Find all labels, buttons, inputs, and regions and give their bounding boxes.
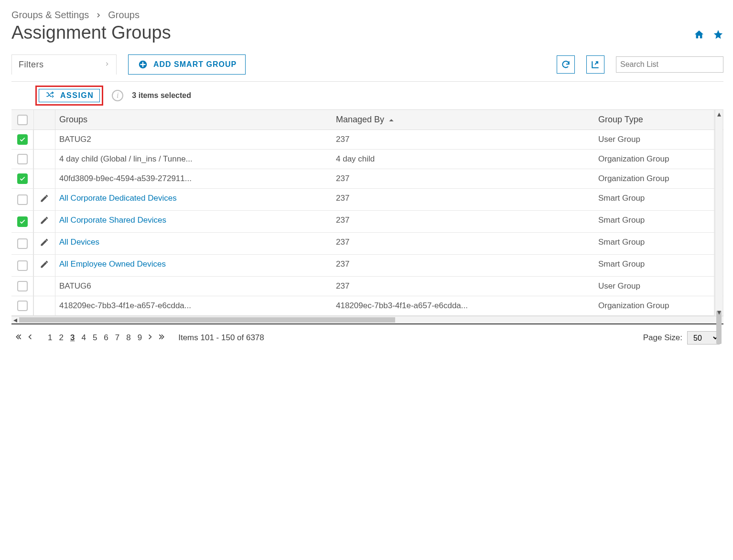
pagination: 123456789 Items 101 - 150 of 6378 Page S… bbox=[11, 323, 723, 345]
table-row[interactable]: All Employee Owned Devices237Smart Group bbox=[11, 255, 723, 277]
chevron-right-icon bbox=[96, 10, 101, 21]
group-link[interactable]: All Devices bbox=[59, 237, 99, 247]
page-number[interactable]: 1 bbox=[48, 333, 52, 343]
pencil-icon[interactable] bbox=[40, 194, 49, 205]
table-row[interactable]: BATUG6237User Group bbox=[11, 277, 723, 296]
select-all-checkbox[interactable] bbox=[11, 110, 33, 129]
cell-managed-by: 418209ec-7bb3-4f1e-a657-e6cdda... bbox=[332, 296, 594, 315]
home-icon[interactable] bbox=[694, 29, 704, 42]
header-group-type[interactable]: Group Type bbox=[594, 110, 714, 129]
scroll-left-icon[interactable]: ◂ bbox=[11, 315, 19, 324]
row-checkbox[interactable] bbox=[11, 233, 33, 254]
filters-panel[interactable]: Filters bbox=[11, 54, 117, 75]
row-edit[interactable] bbox=[33, 233, 55, 254]
last-page-button[interactable] bbox=[158, 333, 165, 343]
cell-managed-by: 237 bbox=[332, 169, 594, 188]
cell-group[interactable]: All Corporate Shared Devices bbox=[55, 211, 332, 232]
cell-group-type: Smart Group bbox=[594, 211, 714, 232]
page-numbers: 123456789 bbox=[48, 333, 142, 343]
row-edit bbox=[33, 296, 55, 315]
cell-group[interactable]: All Corporate Dedicated Devices bbox=[55, 189, 332, 210]
table-row[interactable]: All Corporate Dedicated Devices237Smart … bbox=[11, 189, 723, 211]
star-icon[interactable] bbox=[713, 29, 723, 42]
row-checkbox[interactable] bbox=[11, 150, 33, 169]
first-page-button[interactable] bbox=[15, 333, 22, 343]
page-number[interactable]: 3 bbox=[70, 333, 75, 343]
table-row[interactable]: All Devices237Smart Group bbox=[11, 233, 723, 255]
group-link[interactable]: All Corporate Dedicated Devices bbox=[59, 194, 177, 203]
cell-group[interactable]: All Employee Owned Devices bbox=[55, 255, 332, 276]
page-number[interactable]: 8 bbox=[126, 333, 130, 343]
row-checkbox[interactable] bbox=[11, 189, 33, 210]
cell-group: BATUG2 bbox=[55, 130, 332, 149]
row-edit[interactable] bbox=[33, 255, 55, 276]
table-row[interactable]: 40fd3809-b9ec-4594-a539-272911...237Orga… bbox=[11, 169, 723, 189]
page-number[interactable]: 2 bbox=[59, 333, 63, 343]
page-number[interactable]: 7 bbox=[115, 333, 119, 343]
scroll-down-icon[interactable]: ▾ bbox=[715, 308, 722, 316]
add-smart-group-button[interactable]: ADD SMART GROUP bbox=[128, 54, 246, 75]
assign-button[interactable]: ASSIGN bbox=[39, 89, 100, 102]
table-row[interactable]: BATUG2237User Group bbox=[11, 130, 723, 150]
horizontal-scrollbar[interactable]: ◂ ▸ bbox=[11, 316, 723, 323]
table-row[interactable]: 418209ec-7bb3-4f1e-a657-e6cdda...418209e… bbox=[11, 296, 723, 316]
selection-count: 3 items selected bbox=[132, 91, 191, 100]
export-button[interactable] bbox=[586, 55, 604, 74]
row-checkbox[interactable] bbox=[11, 296, 33, 315]
row-checkbox[interactable] bbox=[11, 169, 33, 188]
pencil-icon[interactable] bbox=[40, 215, 49, 227]
prev-page-button[interactable] bbox=[27, 333, 33, 343]
header-managed-by[interactable]: Managed By bbox=[332, 110, 594, 129]
cell-group-type: User Group bbox=[594, 130, 714, 149]
table-row[interactable]: All Corporate Shared Devices237Smart Gro… bbox=[11, 211, 723, 233]
info-icon[interactable]: i bbox=[112, 90, 123, 101]
row-checkbox[interactable] bbox=[11, 130, 33, 149]
row-checkbox[interactable] bbox=[11, 277, 33, 296]
page-number[interactable]: 4 bbox=[81, 333, 86, 343]
cell-group: BATUG6 bbox=[55, 277, 332, 296]
scrollbar-thumb[interactable] bbox=[19, 317, 395, 323]
page-size-select[interactable]: 50 bbox=[687, 331, 720, 345]
breadcrumb-root[interactable]: Groups & Settings bbox=[11, 10, 89, 21]
toolbar: Filters ADD SMART GROUP bbox=[11, 48, 723, 82]
cell-managed-by: 237 bbox=[332, 211, 594, 232]
pencil-icon[interactable] bbox=[40, 237, 49, 249]
row-edit[interactable] bbox=[33, 189, 55, 210]
cell-group[interactable]: All Devices bbox=[55, 233, 332, 254]
cell-group: 4 day child (Global / lin_ins / Tunne... bbox=[55, 150, 332, 169]
refresh-button[interactable] bbox=[557, 55, 575, 74]
page-number[interactable]: 5 bbox=[93, 333, 97, 343]
table-row[interactable]: 4 day child (Global / lin_ins / Tunne...… bbox=[11, 150, 723, 169]
cell-managed-by: 237 bbox=[332, 130, 594, 149]
row-edit[interactable] bbox=[33, 211, 55, 232]
row-checkbox[interactable] bbox=[11, 211, 33, 232]
plus-circle-icon bbox=[137, 59, 149, 70]
cell-group-type: Smart Group bbox=[594, 233, 714, 254]
header-groups[interactable]: Groups bbox=[55, 110, 332, 129]
filters-label: Filters bbox=[19, 60, 44, 70]
group-link[interactable]: All Corporate Shared Devices bbox=[59, 215, 166, 225]
group-link[interactable]: All Employee Owned Devices bbox=[59, 259, 166, 269]
cell-group-type: Smart Group bbox=[594, 189, 714, 210]
page-title: Assignment Groups bbox=[11, 22, 171, 43]
cell-group-type: Organization Group bbox=[594, 150, 714, 169]
cell-group-type: Smart Group bbox=[594, 255, 714, 276]
table: Groups Managed By Group Type BATUG2237Us… bbox=[11, 110, 723, 316]
cell-managed-by: 4 day child bbox=[332, 150, 594, 169]
row-edit bbox=[33, 130, 55, 149]
scroll-up-icon[interactable]: ▴ bbox=[715, 110, 722, 118]
page-number[interactable]: 6 bbox=[104, 333, 108, 343]
page-number[interactable]: 9 bbox=[138, 333, 142, 343]
page-size-label: Page Size: bbox=[643, 333, 682, 343]
cell-managed-by: 237 bbox=[332, 277, 594, 296]
row-checkbox[interactable] bbox=[11, 255, 33, 276]
vertical-scrollbar[interactable]: ▴ ▾ bbox=[715, 110, 722, 316]
cell-group-type: Organization Group bbox=[594, 169, 714, 188]
next-page-button[interactable] bbox=[147, 333, 153, 343]
breadcrumb: Groups & Settings Groups bbox=[11, 10, 723, 21]
header-edit bbox=[33, 110, 55, 129]
items-range: Items 101 - 150 of 6378 bbox=[178, 333, 264, 343]
search-input[interactable] bbox=[616, 56, 723, 73]
breadcrumb-current: Groups bbox=[108, 10, 140, 21]
pencil-icon[interactable] bbox=[40, 259, 49, 271]
